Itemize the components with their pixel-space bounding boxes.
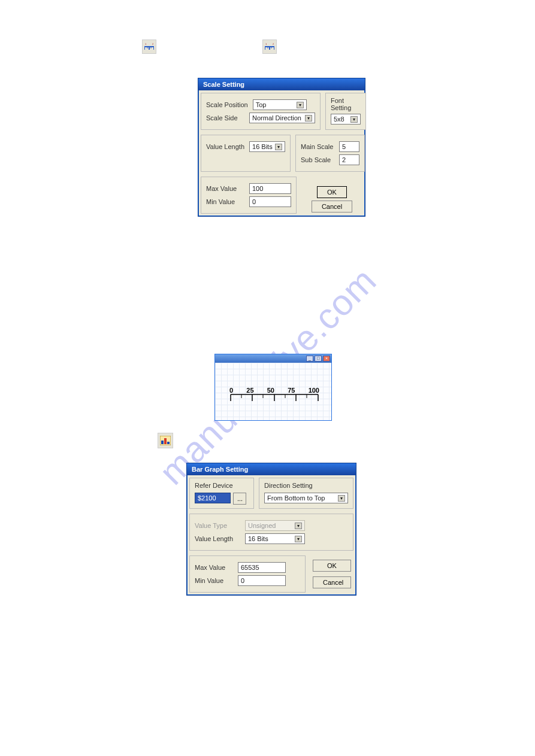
scale-position-select[interactable]: Top ▾ xyxy=(253,99,307,110)
chevron-down-icon: ▾ xyxy=(295,523,302,529)
value-length-label: Value Length xyxy=(206,143,244,150)
min-value-label: Min Value xyxy=(206,198,244,205)
sub-scale-label: Sub Scale xyxy=(301,156,334,163)
close-icon[interactable]: × xyxy=(323,356,330,362)
bar-ok-button[interactable]: OK xyxy=(313,560,351,572)
refer-device-browse-button[interactable]: ... xyxy=(233,493,246,505)
bar-graph-tool-icon[interactable] xyxy=(158,433,173,448)
svg-rect-28 xyxy=(164,438,167,444)
bar-max-value-label: Max Value xyxy=(195,564,233,571)
svg-text:2: 2 xyxy=(152,42,154,45)
font-setting-select[interactable]: 5x8 ▾ xyxy=(331,114,361,125)
chevron-down-icon: ▾ xyxy=(297,102,304,108)
svg-text:1: 1 xyxy=(265,42,267,45)
tick-label: 0 xyxy=(229,387,233,394)
scale-widget: 0 25 50 75 100 xyxy=(229,387,319,405)
refer-device-label: Refer Device xyxy=(195,482,249,489)
scale-setting-dialog: Scale Setting Scale Position Top ▾ Scale… xyxy=(198,78,365,217)
ok-button[interactable]: OK xyxy=(317,186,347,198)
bar-dialog-title: Bar Graph Setting xyxy=(187,463,356,475)
value-length-value: 16 Bits xyxy=(252,143,273,150)
scale-position-value: Top xyxy=(256,101,267,108)
font-setting-value: 5x8 xyxy=(334,116,344,123)
svg-text:1: 1 xyxy=(145,42,147,45)
main-scale-label: Main Scale xyxy=(301,143,334,150)
value-type-label: Value Type xyxy=(195,522,240,529)
tick-label: 50 xyxy=(267,387,274,394)
svg-rect-27 xyxy=(161,441,164,444)
sub-scale-input[interactable] xyxy=(339,154,359,165)
scale-side-select[interactable]: Normal Direction ▾ xyxy=(249,113,315,123)
scale-position-label: Scale Position xyxy=(206,101,248,108)
scale-preview-window: _ □ × 0 25 50 75 100 xyxy=(214,354,332,421)
value-type-select: Unsigned ▾ xyxy=(245,520,305,531)
min-value-input[interactable] xyxy=(249,196,291,207)
scale-side-label: Scale Side xyxy=(206,114,244,122)
bar-value-length-label: Value Length xyxy=(195,535,240,542)
scale-tool-icon[interactable]: 1 2 xyxy=(142,40,156,54)
tick-label: 75 xyxy=(288,387,295,394)
maximize-icon[interactable]: □ xyxy=(315,356,322,362)
svg-text:2: 2 xyxy=(273,42,274,45)
tick-label: 25 xyxy=(246,387,253,394)
font-setting-label: Font Setting xyxy=(331,97,361,111)
value-length-select[interactable]: 16 Bits ▾ xyxy=(249,141,285,152)
main-scale-input[interactable] xyxy=(339,141,359,152)
svg-rect-29 xyxy=(167,442,170,444)
chevron-down-icon: ▾ xyxy=(295,536,302,542)
cancel-button[interactable]: Cancel xyxy=(312,201,352,212)
bar-min-value-label: Min Value xyxy=(195,577,233,584)
refer-device-input[interactable] xyxy=(195,493,231,503)
bar-graph-setting-dialog: Bar Graph Setting Refer Device ... Direc… xyxy=(186,463,356,596)
max-value-input[interactable] xyxy=(249,183,291,194)
chevron-down-icon: ▾ xyxy=(350,116,358,123)
value-type-value: Unsigned xyxy=(248,522,276,529)
direction-setting-label: Direction Setting xyxy=(264,482,348,489)
direction-value: From Bottom to Top xyxy=(267,494,325,502)
bar-value-length-value: 16 Bits xyxy=(248,535,268,542)
chevron-down-icon: ▾ xyxy=(275,144,282,150)
chevron-down-icon: ▾ xyxy=(305,115,312,122)
bar-max-value-input[interactable] xyxy=(238,562,286,573)
max-value-label: Max Value xyxy=(206,185,244,192)
chevron-down-icon: ▾ xyxy=(338,495,345,502)
bar-min-value-input[interactable] xyxy=(238,575,286,586)
direction-select[interactable]: From Bottom to Top ▾ xyxy=(264,493,348,503)
scale-dialog-title: Scale Setting xyxy=(198,78,365,90)
minimize-icon[interactable]: _ xyxy=(306,356,313,362)
bar-value-length-select[interactable]: 16 Bits ▾ xyxy=(245,533,305,544)
scale-side-value: Normal Direction xyxy=(252,114,301,122)
scale-tool-icon[interactable]: 1 2 xyxy=(262,40,277,54)
tick-label: 100 xyxy=(309,387,319,394)
bar-cancel-button[interactable]: Cancel xyxy=(313,576,351,588)
